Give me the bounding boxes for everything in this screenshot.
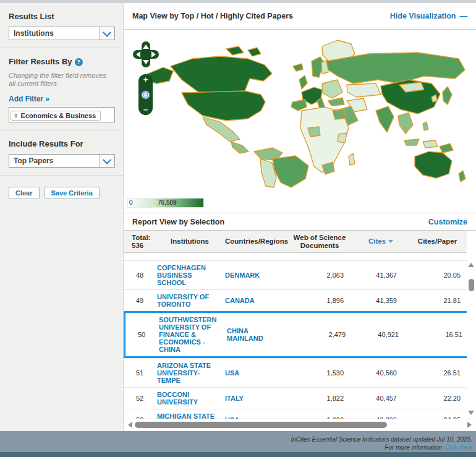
map-view-title: Map View by Top / Hot / Highly Cited Pap… <box>132 12 293 20</box>
institution-link[interactable]: BOCCONI UNIVERSITY <box>157 391 198 406</box>
wos-documents-cell: 1,626 <box>286 413 354 419</box>
chevron-down-icon <box>99 155 114 167</box>
cites-cell: 40,560 <box>354 366 408 380</box>
sort-desc-icon <box>388 240 393 243</box>
cites-per-paper-cell: 21.81 <box>408 294 467 307</box>
rank-cell: 49 <box>124 294 156 307</box>
dataset-update-note: InCites Essential Science Indicators dat… <box>291 435 472 443</box>
institution-link[interactable]: MICHIGAN STATE UNIVERSITY <box>157 412 215 419</box>
table-row[interactable]: 50 SOUTHWESTERN UNIVERSITY OF FINANCE & … <box>124 311 470 358</box>
chevron-down-icon <box>99 27 114 40</box>
scroll-up-icon[interactable] <box>468 263 474 267</box>
cites-per-paper-cell: 20.05 <box>408 268 467 282</box>
main-panel: Map View by Top / Hot / Highly Cited Pap… <box>124 3 476 431</box>
report-view-header: Report View by Selection Customize <box>124 213 476 231</box>
footer-bar: InCites Essential Science Indicators dat… <box>0 431 476 457</box>
clear-button[interactable]: Clear <box>9 187 40 199</box>
rank-cell: 53 <box>124 413 156 419</box>
cites-per-paper-cell: 22.20 <box>408 391 467 405</box>
institution-link[interactable]: COPENHAGEN BUSINESS SCHOOL <box>157 264 206 286</box>
world-map-visualization[interactable]: + − 0 76,509 <box>124 30 476 213</box>
legend-max-label: 76,509 <box>158 199 177 207</box>
cites-per-paper-cell: 16.51 <box>410 328 469 341</box>
country-link[interactable]: CANADA <box>225 297 255 304</box>
vertical-scrollbar[interactable] <box>467 253 476 419</box>
globe-icon[interactable] <box>141 90 150 100</box>
filter-heading: Filter Results By? <box>9 57 114 66</box>
column-header-cites-sort[interactable]: Cites <box>354 235 408 248</box>
country-link[interactable]: ITALY <box>225 395 244 402</box>
map-legend-gradient: 0 76,509 <box>127 198 204 208</box>
column-header-cites-per-paper: Cites/Paper <box>408 235 467 248</box>
add-filter-link[interactable]: Add Filter » <box>9 95 49 103</box>
rank-cell: 50 <box>125 328 158 341</box>
cites-cell: 40,457 <box>354 391 408 405</box>
results-list-dropdown-value: Institutions <box>9 27 99 40</box>
cites-cell: 41,359 <box>354 294 408 307</box>
click-here-link[interactable]: Click Here <box>444 444 472 451</box>
table-row[interactable]: 52 BOCCONI UNIVERSITY ITALY 1,822 40,457… <box>124 387 467 409</box>
scroll-left-icon[interactable] <box>128 422 132 428</box>
cites-cell: 41,367 <box>354 268 408 282</box>
wos-documents-cell: 1,530 <box>286 366 354 380</box>
institution-link[interactable]: SOUTHWESTERN UNIVERSITY OF FINANCE & ECO… <box>159 316 217 353</box>
country-link[interactable]: USA <box>225 369 239 377</box>
table-rows: 48 COPENHAGEN BUSINESS SCHOOL DENMARK 2,… <box>124 253 467 419</box>
map-view-header: Map View by Top / Hot / Highly Cited Pap… <box>124 3 476 30</box>
table-header-row: Total: 536 Institutions Countries/Region… <box>124 231 467 253</box>
cites-cell: 40,399 <box>354 413 408 419</box>
footer-dark-strip <box>0 452 476 457</box>
country-link[interactable]: CHINA MAINLAND <box>227 327 263 342</box>
column-header-countries: Countries/Regions <box>224 235 286 248</box>
footer-text: InCites Essential Science Indicators dat… <box>291 435 472 451</box>
esi-app: Results List Institutions Filter Results… <box>0 3 476 431</box>
vertical-scroll-thumb[interactable] <box>469 279 474 291</box>
include-results-dropdown-value: Top Papers <box>9 155 99 167</box>
filter-tag-label: Economics & Business <box>21 112 96 119</box>
report-view-title: Report View by Selection <box>132 218 224 226</box>
include-results-dropdown[interactable]: Top Papers <box>9 154 115 168</box>
column-header-wos-documents: Web of Science Documents <box>286 231 354 252</box>
filter-tag: x Economics & Business <box>11 111 101 121</box>
wos-documents-cell: 2,479 <box>287 328 355 341</box>
zoom-in-icon[interactable]: + <box>143 76 148 83</box>
institution-link[interactable]: ARIZONA STATE UNIVERSITY-TEMPE <box>157 362 211 384</box>
world-map[interactable] <box>134 32 467 194</box>
horizontal-scrollbar[interactable] <box>124 419 476 430</box>
country-link[interactable]: DENMARK <box>225 271 260 279</box>
table-row[interactable]: 49 UNIVERSITY OF TORONTO CANADA 1,896 41… <box>124 289 467 311</box>
filter-note: Changing the filter field removes all cu… <box>9 72 114 88</box>
rank-cell: 48 <box>124 268 156 282</box>
filter-section: Filter Results By? Changing the filter f… <box>0 48 123 130</box>
table-row[interactable]: 53 MICHIGAN STATE UNIVERSITY USA 1,626 4… <box>124 409 467 419</box>
scroll-down-icon[interactable] <box>468 411 474 415</box>
results-list-section: Results List Institutions <box>0 3 123 48</box>
results-list-dropdown[interactable]: Institutions <box>9 27 115 40</box>
column-header-institutions: Institutions <box>156 235 224 248</box>
table-body-viewport: 48 COPENHAGEN BUSINESS SCHOOL DENMARK 2,… <box>124 253 476 419</box>
include-results-heading: Include Results For <box>9 139 114 148</box>
minus-icon: — <box>460 12 468 20</box>
hide-visualization-link[interactable]: Hide Visualization— <box>390 12 467 20</box>
table-row[interactable]: 51 ARIZONA STATE UNIVERSITY-TEMPE USA 1,… <box>124 358 467 387</box>
horizontal-scroll-thumb[interactable] <box>135 422 387 428</box>
help-icon[interactable]: ? <box>75 58 83 66</box>
rank-cell: 51 <box>124 366 156 380</box>
table-row[interactable]: 48 COPENHAGEN BUSINESS SCHOOL DENMARK 2,… <box>124 260 467 289</box>
map-pan-control[interactable] <box>132 41 159 68</box>
cites-per-paper-cell: 24.85 <box>408 413 467 419</box>
total-count: Total: 536 <box>124 231 156 252</box>
save-criteria-button[interactable]: Save Criteria <box>45 187 100 199</box>
zoom-out-icon[interactable]: − <box>143 106 148 113</box>
institution-link[interactable]: UNIVERSITY OF TORONTO <box>157 293 209 308</box>
customize-link[interactable]: Customize <box>428 218 467 226</box>
results-list-heading: Results List <box>9 12 114 21</box>
wos-documents-cell: 1,896 <box>286 294 354 307</box>
rank-cell: 52 <box>124 391 156 405</box>
cites-per-paper-cell: 26.51 <box>408 366 467 380</box>
scroll-right-icon[interactable] <box>467 422 472 428</box>
filter-tag-box: x Economics & Business <box>9 107 115 122</box>
map-zoom-control[interactable]: + − <box>138 74 153 115</box>
include-results-section: Include Results For Top Papers <box>0 130 123 176</box>
remove-filter-icon[interactable]: x <box>14 112 18 119</box>
